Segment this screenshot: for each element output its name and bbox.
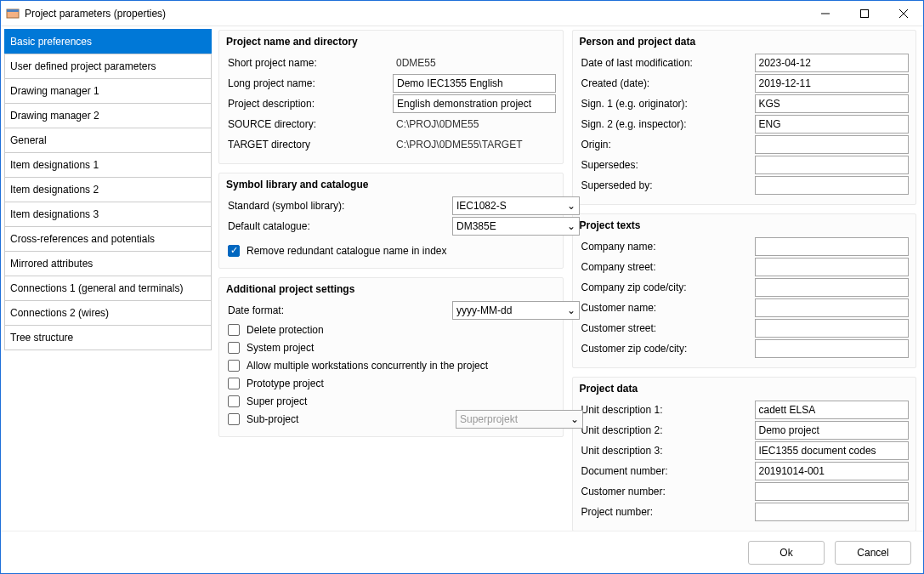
label-project-description: Project description: [226,98,388,110]
panel-title: Symbol library and catalogue [226,179,556,190]
label-sign-2: Sign. 2 (e.g. inspector): [580,118,750,130]
label-origin: Origin: [580,139,750,151]
close-button[interactable] [884,1,923,26]
panel-project-name-directory: Project name and directory Short project… [218,30,564,164]
cancel-button[interactable]: Cancel [835,541,911,565]
ok-button[interactable]: Ok [748,541,825,565]
label-company-name: Company name: [580,241,750,253]
checkbox-multi-workstations[interactable] [228,360,240,372]
label-unit-1: Unit description 1: [580,404,750,416]
sidebar-item[interactable]: Connections 2 (wires) [4,300,212,326]
label-customer-number: Customer number: [580,486,750,497]
checkbox-prototype-project[interactable] [228,378,240,389]
select-sub-project-super: Superprojekt⌄ [456,410,583,429]
window: Project parameters (properties) Basic pr… [0,0,924,574]
label-super-project: Super project [247,395,307,407]
minimize-button[interactable] [806,1,845,26]
label-delete-protection: Delete protection [247,324,324,336]
input-unit-1[interactable] [755,401,910,419]
panel-project-texts: Project texts Company name: Company stre… [572,213,917,368]
value-source-directory: C:\PROJ\0DME55 [393,117,556,132]
checkbox-sub-project[interactable] [228,413,240,425]
label-unit-2: Unit description 2: [580,424,750,436]
value-target-directory: C:\PROJ\0DME55\TARGET [393,137,556,152]
input-company-zip[interactable] [755,278,910,297]
input-customer-zip[interactable] [755,339,910,358]
checkbox-super-project[interactable] [228,395,240,407]
sidebar-item[interactable]: Item designations 3 [4,202,212,227]
input-superseded-by[interactable] [755,176,910,195]
checkbox-system-project[interactable] [228,342,240,354]
input-last-modification[interactable] [755,54,910,72]
label-customer-street: Customer street: [580,322,750,334]
input-long-project-name[interactable] [393,74,556,93]
label-unit-3: Unit description 3: [580,445,750,457]
label-system-project: System project [247,342,314,354]
sidebar-item[interactable]: Tree structure [4,325,212,350]
sidebar-item[interactable]: Mirrored attributes [4,251,212,276]
svg-rect-3 [861,9,869,17]
input-customer-street[interactable] [755,319,910,338]
panel-title: Project name and directory [226,36,556,48]
panel-title: Person and project data [580,36,910,48]
sidebar-item[interactable]: Basic preferences [4,29,212,54]
input-customer-name[interactable] [755,298,910,317]
label-default-catalogue: Default catalogue: [226,220,447,232]
app-icon [6,7,20,20]
panel-title: Additional project settings [226,283,556,295]
input-unit-2[interactable] [755,421,910,440]
value-short-project-name: 0DME55 [393,55,556,71]
panel-additional-settings: Additional project settings Date format:… [218,277,564,437]
panel-title: Project texts [580,219,910,231]
input-supersedes[interactable] [755,156,910,174]
label-supersedes: Supersedes: [580,159,750,171]
input-company-name[interactable] [755,237,910,256]
label-document-number: Document number: [580,465,750,477]
panel-person-project-data: Person and project data Date of last mod… [572,30,917,205]
label-sub-project: Sub-project [247,413,449,425]
checkbox-delete-protection[interactable] [228,324,240,336]
sidebar-item[interactable]: Item designations 1 [4,152,212,178]
input-unit-3[interactable] [755,441,910,460]
sidebar-item[interactable]: Item designations 2 [4,177,212,202]
label-sign-1: Sign. 1 (e.g. originator): [580,98,750,110]
label-customer-zip: Customer zip code/city: [580,343,750,355]
sidebar-item[interactable]: General [4,128,212,153]
sidebar-item[interactable]: User defined project parameters [4,54,212,79]
label-project-number: Project number: [580,506,750,518]
input-sign-1[interactable] [755,94,910,113]
input-origin[interactable] [755,135,910,154]
input-document-number[interactable] [755,462,910,480]
label-multi-workstations: Allow multiple workstations concurrently… [247,360,488,372]
label-long-project-name: Long project name: [226,77,388,89]
svg-rect-1 [7,9,19,12]
footer: Ok Cancel [1,531,923,573]
checkbox-remove-redundant[interactable]: ✓ [228,245,240,257]
select-default-catalogue[interactable]: DM385E⌄ [452,217,580,236]
label-remove-redundant: Remove redundant catalogue name in index [247,245,447,257]
label-company-zip: Company zip code/city: [580,281,750,293]
label-target-directory: TARGET directory [226,139,388,151]
sidebar-item[interactable]: Cross-references and potentials [4,226,212,252]
label-source-directory: SOURCE directory: [226,118,388,130]
input-sign-2[interactable] [755,115,910,134]
panel-symbol-library: Symbol library and catalogue Standard (s… [218,173,564,269]
label-prototype-project: Prototype project [247,378,324,389]
input-project-number[interactable] [755,503,910,521]
input-project-description[interactable] [393,94,556,113]
sidebar-item[interactable]: Drawing manager 1 [4,78,212,104]
input-company-street[interactable] [755,258,910,276]
input-customer-number[interactable] [755,482,910,501]
sidebar-item[interactable]: Connections 1 (general and terminals) [4,276,212,301]
maximize-button[interactable] [845,1,884,26]
sidebar-item[interactable]: Drawing manager 2 [4,103,212,128]
label-created-date: Created (date): [580,77,750,89]
label-superseded-by: Superseded by: [580,179,750,191]
panel-title: Project data [580,383,910,395]
input-created-date[interactable] [755,74,910,93]
label-short-project-name: Short project name: [226,57,388,69]
select-standard-symbol-library[interactable]: IEC1082-S⌄ [452,196,580,215]
sidebar: Basic preferencesUser defined project pa… [1,26,215,531]
select-date-format[interactable]: yyyy-MM-dd⌄ [452,301,580,320]
label-customer-name: Customer name: [580,302,750,314]
